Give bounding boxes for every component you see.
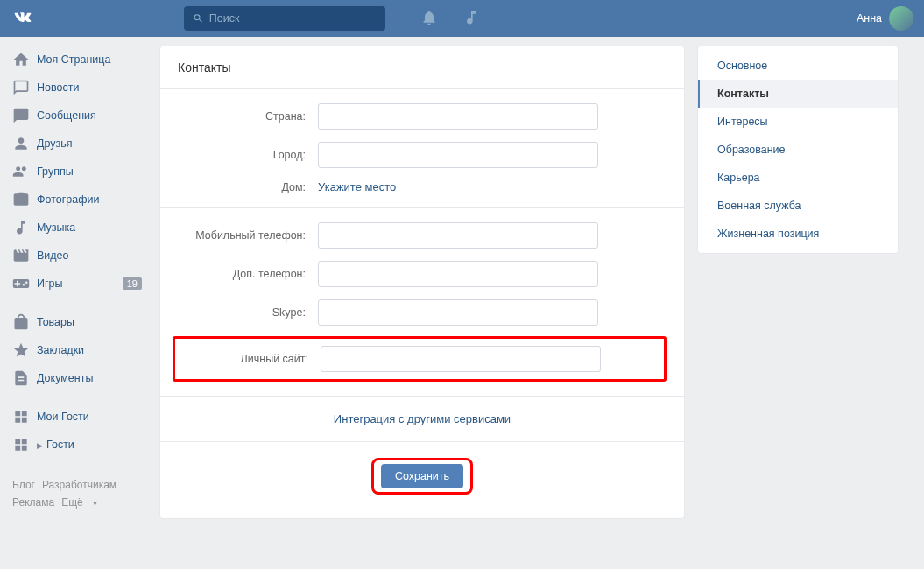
- nav-my-guests[interactable]: Мои Гости: [7, 403, 147, 431]
- nav-friends[interactable]: Друзья: [7, 130, 147, 158]
- contacts-section: Мобильный телефон: Доп. телефон: Skype: …: [160, 208, 684, 397]
- user-menu[interactable]: Анна: [857, 6, 913, 31]
- nav-news[interactable]: Новости: [7, 74, 147, 102]
- main-panel: Контакты Страна: Город: Дом: Укажите мес…: [159, 46, 685, 519]
- username: Анна: [857, 12, 882, 25]
- altphone-input[interactable]: [318, 261, 598, 287]
- vk-logo[interactable]: [11, 5, 35, 32]
- nav-label: Мои Гости: [37, 411, 89, 423]
- mobile-input[interactable]: [318, 222, 598, 249]
- skype-label: Skype:: [178, 306, 318, 319]
- nav-label: Товары: [37, 316, 74, 328]
- search-box[interactable]: [184, 6, 385, 31]
- nav-photos[interactable]: Фотографии: [7, 186, 147, 214]
- website-input[interactable]: [321, 346, 601, 372]
- games-badge: 19: [123, 277, 142, 290]
- country-label: Страна:: [178, 110, 318, 123]
- games-icon: [12, 275, 30, 292]
- website-row-highlighted: Личный сайт:: [173, 336, 667, 382]
- country-select[interactable]: [318, 103, 598, 130]
- tab-interests[interactable]: Интересы: [698, 108, 898, 136]
- page-content: Моя Страница Новости Сообщения Друзья Гр…: [0, 37, 924, 519]
- nav-docs[interactable]: Документы: [7, 364, 147, 392]
- tab-position[interactable]: Жизненная позиция: [698, 220, 898, 248]
- integration-link[interactable]: Интеграция с другими сервисами: [334, 412, 511, 425]
- left-nav: Моя Страница Новости Сообщения Друзья Гр…: [0, 46, 147, 519]
- nav-label: Игры: [37, 277, 62, 290]
- home-label: Дом:: [178, 181, 318, 193]
- website-label: Личный сайт:: [180, 353, 321, 365]
- home-link[interactable]: Укажите место: [318, 180, 396, 193]
- nav-games[interactable]: Игры19: [7, 270, 147, 298]
- right-nav: Основное Контакты Интересы Образование К…: [697, 46, 899, 519]
- photos-icon: [12, 191, 30, 208]
- nav-label: Группы: [37, 165, 74, 178]
- nav-label: Видео: [37, 249, 69, 262]
- nav-my-page[interactable]: Моя Страница: [7, 46, 147, 74]
- nav-messages[interactable]: Сообщения: [7, 102, 147, 130]
- video-icon: [12, 247, 30, 264]
- page-title: Контакты: [160, 46, 684, 89]
- home-icon: [12, 51, 30, 68]
- nav-bookmarks[interactable]: Закладки: [7, 336, 147, 364]
- save-button[interactable]: Сохранить: [381, 464, 463, 488]
- mobile-label: Мобильный телефон:: [178, 229, 318, 242]
- location-section: Страна: Город: Дом: Укажите место: [160, 89, 684, 208]
- groups-icon: [12, 163, 30, 180]
- tab-basic[interactable]: Основное: [698, 52, 898, 80]
- tab-contacts[interactable]: Контакты: [698, 80, 898, 108]
- topbar-icons: [420, 9, 480, 29]
- save-section: Сохранить: [160, 441, 684, 516]
- footer-devs[interactable]: Разработчикам: [42, 479, 116, 491]
- friends-icon: [12, 135, 30, 152]
- tab-education[interactable]: Образование: [698, 136, 898, 164]
- nav-label: Закладки: [37, 344, 84, 356]
- tab-military[interactable]: Военная служба: [698, 192, 898, 220]
- nav-market[interactable]: Товары: [7, 308, 147, 336]
- nav-guests[interactable]: Гости: [7, 431, 147, 459]
- docs-icon: [12, 369, 30, 387]
- music-nav-icon: [12, 219, 30, 236]
- app-icon: [12, 436, 30, 453]
- nav-label: Фотографии: [37, 193, 99, 206]
- footer-links: БлогРазработчикам РекламаЕщё ▾: [7, 469, 147, 519]
- nav-label: Новости: [37, 81, 79, 94]
- save-highlight: Сохранить: [371, 458, 473, 495]
- nav-label: Сообщения: [37, 109, 96, 122]
- footer-more[interactable]: Ещё ▾: [61, 496, 104, 509]
- search-icon: [193, 12, 204, 25]
- notifications-icon[interactable]: [420, 9, 438, 29]
- nav-groups[interactable]: Группы: [7, 158, 147, 186]
- skype-input[interactable]: [318, 299, 598, 326]
- nav-label: Музыка: [37, 221, 75, 234]
- nav-label: Гости: [37, 439, 74, 451]
- search-input[interactable]: [209, 12, 377, 25]
- tab-career[interactable]: Карьера: [698, 164, 898, 192]
- nav-music[interactable]: Музыка: [7, 214, 147, 242]
- settings-tabs: Основное Контакты Интересы Образование К…: [697, 46, 899, 254]
- app-icon: [12, 408, 30, 425]
- integration-section: Интеграция с другими сервисами: [160, 397, 684, 441]
- news-icon: [12, 79, 30, 96]
- messages-icon: [12, 107, 30, 124]
- footer-ads[interactable]: Реклама: [12, 496, 54, 509]
- city-select[interactable]: [318, 142, 598, 168]
- altphone-label: Доп. телефон:: [178, 268, 318, 280]
- avatar: [889, 6, 913, 31]
- top-bar: Анна: [0, 0, 924, 37]
- bookmarks-icon: [12, 341, 30, 359]
- nav-label: Моя Страница: [37, 53, 110, 66]
- nav-video[interactable]: Видео: [7, 242, 147, 270]
- nav-label: Друзья: [37, 137, 73, 150]
- city-label: Город:: [178, 149, 318, 161]
- footer-blog[interactable]: Блог: [12, 479, 35, 491]
- nav-label: Документы: [37, 372, 93, 384]
- music-icon[interactable]: [462, 9, 480, 29]
- market-icon: [12, 313, 30, 331]
